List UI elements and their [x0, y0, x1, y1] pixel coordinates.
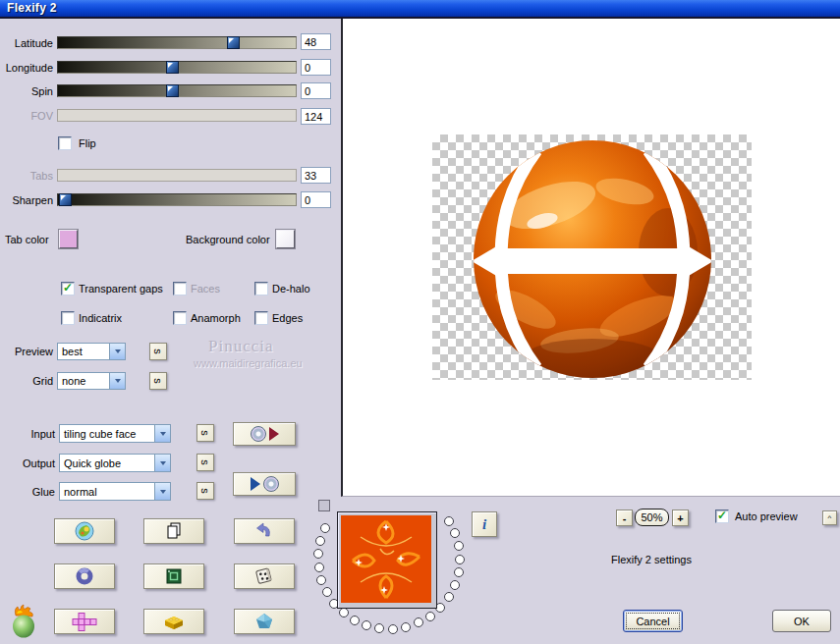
indicatrix-checkbox[interactable]: [61, 311, 75, 325]
frame-button[interactable]: [143, 564, 204, 589]
preview-sphere-render: [432, 134, 752, 380]
longitude-slider-thumb[interactable]: [166, 61, 179, 74]
input-dropdown[interactable]: tiling cube face: [59, 424, 171, 443]
dehalo-checkbox[interactable]: [254, 282, 268, 295]
chevron-down-icon[interactable]: [109, 373, 125, 389]
title-bar[interactable]: Flexify 2: [0, 0, 840, 19]
edges-label: Edges: [272, 312, 303, 324]
output-s-button[interactable]: s: [196, 454, 214, 471]
spin-value[interactable]: [301, 82, 331, 99]
output-dropdown-label: Output: [4, 457, 55, 469]
dehalo-label: De-halo: [272, 283, 310, 295]
fov-label: FOV: [2, 110, 53, 122]
info-button[interactable]: i: [472, 511, 497, 537]
sharpen-slider-thumb[interactable]: [59, 193, 72, 206]
polyhedron-button[interactable]: [234, 609, 295, 634]
flip-checkbox[interactable]: [58, 136, 72, 150]
load-settings-button[interactable]: [233, 422, 296, 446]
tabs-value[interactable]: [301, 167, 331, 184]
source-thumbnail[interactable]: [337, 511, 437, 609]
flip-label: Flip: [79, 137, 96, 149]
tabs-slider: [57, 169, 297, 182]
lego-brick-icon: [163, 613, 185, 631]
chevron-down-icon[interactable]: [154, 425, 170, 442]
logo-button[interactable]: [54, 518, 115, 544]
zoom-out-button[interactable]: -: [616, 510, 633, 526]
torus-icon: [75, 566, 94, 586]
ring-dot: [450, 528, 460, 538]
fov-slider: [57, 109, 297, 122]
glue-s-button[interactable]: s: [196, 482, 214, 500]
ring-dot: [444, 516, 454, 526]
latitude-slider-thumb[interactable]: [227, 36, 240, 49]
cube-net-icon: [72, 613, 98, 631]
collapse-button[interactable]: ^: [822, 510, 837, 525]
dice-icon: [253, 565, 275, 587]
transparent-gaps-checkbox[interactable]: [61, 282, 75, 295]
ring-dot: [388, 624, 398, 634]
sharpen-slider[interactable]: [57, 193, 297, 206]
auto-preview-checkbox[interactable]: [715, 510, 729, 523]
disc-icon: [263, 476, 279, 492]
ok-button[interactable]: OK: [772, 610, 831, 632]
fov-value[interactable]: [301, 108, 331, 125]
undo-button[interactable]: [234, 518, 295, 544]
zoom-in-button[interactable]: +: [672, 510, 689, 526]
ring-dot: [414, 617, 423, 627]
ring-dot: [454, 541, 464, 551]
save-settings-button[interactable]: [233, 472, 296, 496]
faces-label: Faces: [191, 283, 220, 295]
cube-net-button[interactable]: [54, 609, 115, 634]
glue-dropdown-label: Glue: [4, 486, 55, 498]
latitude-slider[interactable]: [57, 36, 297, 49]
background-color-swatch[interactable]: [276, 230, 295, 248]
ring-dot: [315, 536, 325, 546]
tab-color-swatch[interactable]: [59, 230, 78, 248]
zoom-percent[interactable]: 50%: [635, 509, 669, 526]
flaming-pear-corner-icon: [8, 604, 39, 639]
grid-s-button[interactable]: s: [149, 372, 167, 390]
copy-pages-icon: [164, 521, 184, 541]
ring-dot: [454, 567, 464, 577]
red-play-icon: [269, 427, 279, 441]
fractal-thumbnail-image: [341, 515, 431, 603]
input-s-button[interactable]: s: [196, 424, 214, 442]
latitude-value[interactable]: [301, 33, 331, 50]
flaming-pear-logo-icon: [75, 521, 94, 541]
longitude-label: Longitude: [2, 62, 53, 74]
output-dropdown-value: Quick globe: [60, 457, 154, 469]
output-dropdown[interactable]: Quick globe: [59, 454, 171, 472]
ring-dot: [350, 616, 360, 625]
chevron-down-icon[interactable]: [109, 344, 125, 359]
copy-button[interactable]: [143, 518, 204, 544]
dice-button[interactable]: [234, 564, 295, 589]
brick-button[interactable]: [143, 609, 204, 634]
spin-slider[interactable]: [57, 84, 297, 97]
preview-s-button[interactable]: s: [149, 343, 167, 360]
chevron-down-icon[interactable]: [154, 483, 170, 500]
green-frame-chip-icon: [164, 566, 184, 586]
preview-dropdown[interactable]: best: [57, 343, 126, 360]
longitude-value[interactable]: [301, 59, 331, 76]
edges-checkbox[interactable]: [254, 311, 268, 325]
torus-button[interactable]: [54, 564, 115, 589]
longitude-slider[interactable]: [57, 61, 297, 74]
anamorph-checkbox[interactable]: [173, 311, 187, 325]
polyhedron-icon: [254, 612, 274, 631]
sharpen-value[interactable]: [301, 191, 331, 208]
preview-dropdown-value: best: [58, 346, 109, 357]
grid-dropdown[interactable]: none: [57, 372, 126, 390]
glue-dropdown[interactable]: normal: [59, 482, 171, 501]
transparent-gaps-label: Transparent gaps: [79, 283, 163, 295]
cancel-button[interactable]: Cancel: [623, 610, 683, 632]
ring-handle[interactable]: [318, 500, 330, 511]
spin-slider-thumb[interactable]: [166, 84, 179, 97]
ring-dot: [316, 575, 326, 585]
ring-dot: [425, 612, 435, 621]
sharpen-label: Sharpen: [2, 194, 53, 206]
ring-dot: [444, 592, 454, 602]
grid-dropdown-label: Grid: [2, 375, 53, 387]
chevron-down-icon[interactable]: [154, 455, 170, 471]
watermark-name: Pinuccia: [208, 337, 274, 356]
ring-dot: [362, 620, 371, 630]
